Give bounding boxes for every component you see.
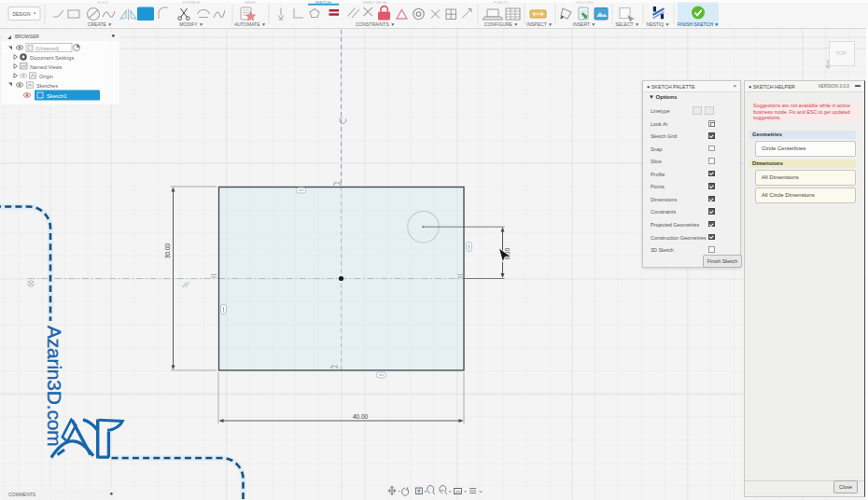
svg-text:MODIFY ▼: MODIFY ▼ xyxy=(179,21,203,27)
svg-text:CONSTRAINTS ▼: CONSTRAINTS ▼ xyxy=(356,21,395,27)
svg-text:DESIGN: DESIGN xyxy=(12,11,31,17)
svg-text:Origin: Origin xyxy=(39,74,53,79)
svg-text:Named Views: Named Views xyxy=(30,64,63,70)
svg-text:INSPECT ▼: INSPECT ▼ xyxy=(526,21,553,27)
svg-text:CONFIGURE ▼: CONFIGURE ▼ xyxy=(484,21,518,27)
svg-text:AUTOMATE ▼: AUTOMATE ▼ xyxy=(234,21,266,27)
svg-text:40.00: 40.00 xyxy=(353,413,368,420)
svg-text:Sketch1: Sketch1 xyxy=(47,93,67,99)
svg-text:NESTIQ ▼: NESTIQ ▼ xyxy=(647,21,670,27)
svg-text:SURFACE: SURFACE xyxy=(183,0,201,5)
svg-text:SOLID: SOLID xyxy=(97,0,108,5)
svg-text:SELECT ▼: SELECT ▼ xyxy=(615,21,639,27)
svg-text:Sketches: Sketches xyxy=(36,83,58,89)
svg-text:(Unsaved): (Unsaved) xyxy=(35,46,60,51)
svg-text:30.00: 30.00 xyxy=(164,243,171,258)
svg-text:MESH: MESH xyxy=(245,0,256,5)
svg-text:CREATE ▼: CREATE ▼ xyxy=(88,21,112,27)
svg-text:FINISH SKETCH ▼: FINISH SKETCH ▼ xyxy=(678,21,719,27)
svg-text:SHEET METAL: SHEET METAL xyxy=(362,0,388,5)
svg-text:Document Settings: Document Settings xyxy=(30,55,74,61)
svg-text:INSERT ▼: INSERT ▼ xyxy=(573,21,596,27)
svg-text:PLASTIC: PLASTIC xyxy=(494,0,510,5)
svg-text:UTILITIES: UTILITIES xyxy=(576,0,594,5)
